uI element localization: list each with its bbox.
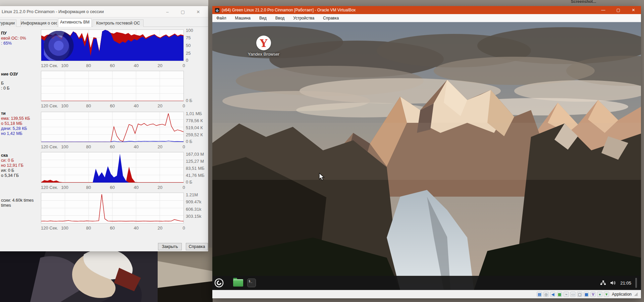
y-axis-tick: 1.21M <box>186 192 198 197</box>
x-axis-tick: 40 <box>129 63 144 68</box>
tab-guest-os-control[interactable]: Контроль гостевой ОС <box>93 19 144 27</box>
y-axis-tick: 259,52 К <box>186 132 203 137</box>
menu-help[interactable]: Справка <box>323 16 339 20</box>
clock[interactable]: 21:05 <box>620 281 631 286</box>
x-axis-tick: 20 <box>153 103 167 108</box>
help-button[interactable]: Справка <box>186 243 208 250</box>
y-axis-tick: 0 Б <box>186 98 192 103</box>
close-icon[interactable]: ✕ <box>626 6 641 14</box>
menu-input[interactable]: Ввод <box>275 16 285 20</box>
mouse-cursor <box>319 173 325 181</box>
host-wallpaper-art <box>0 248 213 302</box>
vm-exits-chart: 1.21M909.47k606.31k303.15k 120 Сек.10080… <box>41 193 184 231</box>
menu-view[interactable]: Вид <box>259 16 267 20</box>
host-desktop-strip <box>0 0 208 6</box>
y-axis-tick: 778,56 К <box>186 118 203 123</box>
x-axis-tick: 60 <box>105 225 120 231</box>
recording-icon[interactable]: ▩ <box>584 292 589 297</box>
network-section-labels: ти ема: 139,55 КБ о 51,18 МБ дачи: 5,28 … <box>1 111 30 136</box>
menu-devices[interactable]: Устройства <box>293 16 314 20</box>
minimize-icon[interactable]: – <box>160 6 175 17</box>
x-axis-tick: 0 <box>176 103 191 108</box>
optical-disc-icon[interactable]: ◎ <box>543 292 549 297</box>
y-axis-tick: 0 Б <box>186 180 192 185</box>
x-axis-tick: 120 Сек. <box>41 185 58 190</box>
audio-icon[interactable]: ◀ <box>550 292 555 297</box>
desktop-icon-yandex-browser[interactable]: Y Yandex Browser <box>242 36 285 57</box>
x-axis-tick: 80 <box>81 185 96 190</box>
x-axis-tick: 40 <box>129 225 144 231</box>
vm-exits-value-2: times <box>1 203 34 208</box>
x-axis-tick: 100 <box>57 144 72 149</box>
x-axis-tick: 20 <box>153 144 167 149</box>
resize-grip[interactable] <box>634 293 638 296</box>
network-adapter-icon[interactable]: ▦ <box>557 292 562 297</box>
close-button[interactable]: Закрыть <box>158 243 182 250</box>
keyboard-capture-icon[interactable]: ▼ <box>604 292 609 297</box>
maximize-icon[interactable]: ▢ <box>611 6 626 14</box>
disk-write-rate: си: 0 Б <box>1 158 23 163</box>
menu-machine[interactable]: Машина <box>235 16 251 20</box>
virtualization-icon[interactable]: V <box>590 292 596 297</box>
x-axis-tick: 80 <box>81 225 96 231</box>
x-axis-tick: 40 <box>129 144 144 149</box>
tab-configuration-details[interactable]: игурации <box>0 19 16 27</box>
mouse-integration-icon[interactable]: ● <box>597 292 602 297</box>
ram-usage-chart: 0 Б 120 Сек.100806040200 <box>41 71 184 109</box>
x-axis-tick: 0 <box>176 144 191 149</box>
y-axis-tick: 519,04 К <box>186 125 203 130</box>
vm-titlebar[interactable]: (x64) Green Linux 21.2.0 Pro Cinnamon [Р… <box>212 6 641 14</box>
shared-folder-icon[interactable]: ▭ <box>570 292 576 297</box>
cpu-section-labels: ПУ евой ОС: 0% : 65% <box>1 31 26 46</box>
close-icon[interactable]: ✕ <box>191 6 206 17</box>
session-info-window: Linux 21.2.0 Pro Cinnamon - Информация о… <box>0 6 208 251</box>
ram-section-header: ние ОЗУ <box>1 72 18 77</box>
disk-section-labels: ска си: 0 Б но 12,91 ГБ ия: 0 Б о 5,34 Г… <box>1 153 23 178</box>
vm-statusbar: ▤◎◀▦⌁▭▢▩V●▼ Application <box>212 290 641 298</box>
x-axis-tick: 120 Сек. <box>41 144 58 149</box>
display-icon[interactable]: ▢ <box>577 292 582 297</box>
x-axis-tick: 0 <box>176 225 191 231</box>
menu-file[interactable]: Файл <box>216 16 226 20</box>
file-manager-icon[interactable] <box>233 279 243 287</box>
cinnamon-menu-icon[interactable] <box>214 278 224 288</box>
harddisk-icon[interactable]: ▤ <box>537 292 542 297</box>
x-axis-tick: 80 <box>81 144 96 149</box>
network-rate-chart: 1,01 МБ778,56 К519,04 К259,52 К0 Б 120 С… <box>41 112 184 150</box>
y-axis-tick: 125,27 М <box>186 159 204 164</box>
minimize-icon[interactable]: — <box>596 6 611 14</box>
y-axis-tick: 606.31k <box>186 207 201 212</box>
network-receive-rate: ема: 139,55 КБ <box>1 116 30 121</box>
y-axis-tick: 50 <box>186 43 191 48</box>
session-tabbar: игурации Информация о сессии Активность … <box>0 17 208 27</box>
network-section-header: ти <box>1 111 30 116</box>
disk-section-header: ска <box>1 153 23 158</box>
screen: Screenshot... Linux 21.2.0 Pro Cinnamon … <box>0 0 644 302</box>
desktop-icon-label: Yandex Browser <box>242 52 285 57</box>
tab-vm-activity[interactable]: Активность ВМ <box>58 18 92 27</box>
x-axis-tick: 80 <box>81 103 96 108</box>
x-axis-tick: 80 <box>81 63 96 68</box>
vm-menubar: Файл Машина Вид Ввод Устройства Справка <box>212 14 641 22</box>
x-axis-tick: 40 <box>129 185 144 190</box>
guest-taskbar: $_ 21:05 <box>212 276 641 290</box>
x-axis-tick: 0 <box>176 63 191 68</box>
disk-rate-chart: 167,03 М125,27 М83,51 МБ41,76 МБ0 Б 120 … <box>41 152 184 191</box>
maximize-icon[interactable]: ▢ <box>175 6 191 17</box>
session-window-titlebar[interactable]: Linux 21.2.0 Pro Cinnamon - Информация о… <box>0 6 208 17</box>
y-axis-tick: 167,03 М <box>186 152 204 157</box>
taskbar-edge-handle[interactable] <box>635 278 637 288</box>
network-tray-icon[interactable] <box>600 280 606 286</box>
usb-icon[interactable]: ⌁ <box>564 292 569 297</box>
tab-session-information[interactable]: Информация о сессии <box>20 19 57 27</box>
vm-guest-screen[interactable]: Y Yandex Browser $_ <box>212 22 641 290</box>
volume-icon[interactable] <box>610 280 616 286</box>
vm-exits-section-labels: ссии: 4.60k times times <box>1 198 34 208</box>
statusbar-label: Application <box>612 292 632 297</box>
y-axis-tick: 909.47k <box>186 199 201 204</box>
y-axis-tick: 0 <box>186 58 188 63</box>
y-axis-tick: 83,51 МБ <box>186 166 205 171</box>
y-axis-tick: 75 <box>186 35 191 40</box>
terminal-icon[interactable]: $_ <box>247 279 256 287</box>
host-screenshot-icon-label[interactable]: Screenshot... <box>571 0 596 4</box>
